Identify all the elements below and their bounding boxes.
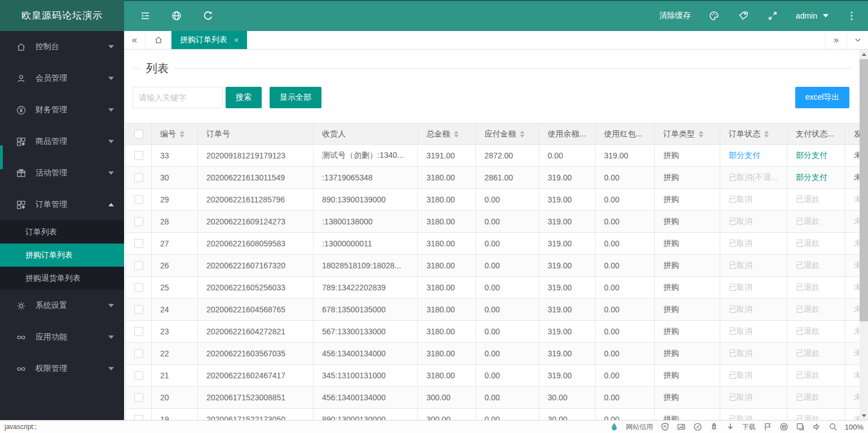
- download-arrow-icon[interactable]: [726, 422, 735, 431]
- sort-icon[interactable]: [180, 131, 184, 138]
- row-checkbox[interactable]: [134, 217, 143, 226]
- page-zoom-search-icon[interactable]: [829, 422, 838, 431]
- sidebar-item-goods[interactable]: 商品管理: [0, 126, 124, 157]
- flag-icon[interactable]: [763, 422, 772, 431]
- ie-compat-icon[interactable]: [779, 422, 788, 431]
- row-checkbox[interactable]: [134, 327, 143, 336]
- more-options-icon[interactable]: [845, 10, 858, 22]
- row-checkbox[interactable]: [134, 393, 143, 402]
- zoom-level[interactable]: 100%: [845, 423, 863, 431]
- sidebar: 控制台会员管理财务管理商品管理活动管理订单管理订单列表拼购订单列表拼购退货单列表…: [0, 31, 124, 420]
- row-checkbox[interactable]: [134, 371, 143, 380]
- row-checkbox[interactable]: [134, 283, 143, 292]
- content: 列表 搜索 显示全部 excel导出 编号订单号收货人总金额应付金额使用余额..…: [124, 50, 860, 420]
- sort-icon[interactable]: [454, 131, 459, 138]
- row-checkbox[interactable]: [134, 239, 143, 248]
- top-bar: 欧皇源码论坛演示 清除缓存: [0, 0, 868, 31]
- cell-total: 3180.00: [418, 277, 476, 298]
- table-row: 23202006221604272821567:133001330003180.…: [126, 321, 860, 343]
- scrollbar-down-icon[interactable]: [860, 411, 868, 420]
- cell-order_no: 202006221604272821: [198, 321, 314, 342]
- vertical-scrollbar[interactable]: [860, 50, 868, 420]
- fullscreen-icon[interactable]: [766, 10, 779, 22]
- user-menu[interactable]: admin: [796, 11, 829, 20]
- row-checkbox[interactable]: [134, 349, 143, 358]
- row-checkbox[interactable]: [134, 173, 143, 182]
- sort-icon[interactable]: [699, 131, 703, 138]
- sidebar-item-apps[interactable]: 应用功能: [0, 321, 124, 353]
- sort-icon[interactable]: [764, 131, 769, 138]
- sidebar-item-label: 应用功能: [36, 332, 67, 342]
- sidebar-item-orders[interactable]: 订单管理: [0, 189, 124, 220]
- cell-payable: 0.00: [476, 211, 539, 232]
- cell-receiver: :13000000011: [314, 233, 418, 254]
- cell-receiver: 456:13400134000: [314, 343, 418, 364]
- cell-payable: 0.00: [476, 277, 539, 298]
- row-checkbox[interactable]: [134, 195, 143, 204]
- header-cell-total: 总金额: [418, 123, 476, 144]
- row-checkbox[interactable]: [134, 415, 143, 420]
- scrollbar-thumb[interactable]: [860, 59, 868, 321]
- cell-order_status: 已取消: [720, 299, 787, 320]
- image-blocker-icon[interactable]: [677, 422, 686, 431]
- cell-id: 27: [152, 233, 198, 254]
- rocket-boost-icon[interactable]: [710, 422, 719, 431]
- table-row: 25202006221605256033789:134222028393180.…: [126, 277, 860, 299]
- sidebar-item-order-list[interactable]: 订单列表: [0, 220, 124, 244]
- sidebar-item-system[interactable]: 系统设置: [0, 290, 124, 321]
- excel-export-button[interactable]: excel导出: [795, 87, 849, 108]
- cell-ship_status: 未发货: [845, 167, 860, 188]
- cell-order_type: 拼购: [655, 255, 720, 276]
- sidebar-item-finance[interactable]: 财务管理: [0, 94, 124, 126]
- collapse-sidebar-icon[interactable]: [139, 10, 151, 22]
- browser-status-bar: javascript:; 网站信用: [0, 420, 868, 433]
- keyword-input[interactable]: [133, 87, 223, 108]
- clear-cache-button[interactable]: 清除缓存: [659, 11, 691, 21]
- sidebar-item-groupbuy-return-list[interactable]: 拼购退货单列表: [0, 267, 124, 290]
- cell-pay_status: 已退款: [787, 299, 845, 320]
- home-tab[interactable]: [146, 31, 171, 49]
- tab-scroll-left-icon[interactable]: «: [124, 31, 146, 49]
- cell-order_no: 202006221605256033: [198, 277, 314, 298]
- header-cell-ship_status: 发货状态: [845, 123, 860, 144]
- cell-ship_status: 未发货: [845, 321, 860, 342]
- window-mode-icon[interactable]: [796, 422, 805, 431]
- cell-total: 3180.00: [418, 233, 476, 254]
- tag-icon[interactable]: [737, 10, 750, 22]
- cell-pay_status: 部分支付: [787, 145, 845, 166]
- sidebar-item-permissions[interactable]: 权限管理: [0, 353, 124, 385]
- globe-icon[interactable]: [170, 10, 183, 22]
- speaker-icon[interactable]: [812, 422, 821, 431]
- droplet-icon[interactable]: [610, 422, 619, 431]
- tab-groupbuy-order-list[interactable]: 拼购订单列表 ×: [171, 31, 247, 49]
- sidebar-item-label: 订单管理: [36, 200, 67, 210]
- row-checkbox[interactable]: [134, 261, 143, 270]
- cell-receiver: :13719065348: [314, 167, 418, 188]
- cell-pay_status: 已退款: [787, 409, 845, 420]
- shield-icon[interactable]: [660, 422, 669, 431]
- row-checkbox[interactable]: [134, 151, 143, 160]
- cell-payable: 0.00: [476, 409, 539, 420]
- tab-scroll-right-icon[interactable]: »: [825, 31, 847, 49]
- speed-mode-icon[interactable]: [693, 422, 702, 431]
- sidebar-item-members[interactable]: 会员管理: [0, 63, 124, 94]
- download-label[interactable]: 下载: [742, 422, 756, 432]
- header-label: 编号: [160, 129, 176, 139]
- sidebar-item-console[interactable]: 控制台: [0, 31, 124, 63]
- theme-palette-icon[interactable]: [708, 10, 720, 22]
- close-tab-icon[interactable]: ×: [234, 36, 239, 45]
- search-button[interactable]: 搜索: [226, 87, 262, 108]
- sidebar-item-activity[interactable]: 活动管理: [0, 157, 124, 189]
- cell-balance: 319.00: [539, 299, 596, 320]
- sidebar-item-groupbuy-order-list[interactable]: 拼购订单列表: [0, 244, 124, 267]
- cell-order_status[interactable]: 部分支付: [720, 145, 787, 166]
- show-all-button[interactable]: 显示全部: [270, 87, 321, 108]
- row-checkbox[interactable]: [134, 305, 143, 314]
- cell-balance: 319.00: [539, 211, 596, 232]
- scrollbar-up-icon[interactable]: [860, 50, 868, 59]
- select-all-checkbox[interactable]: [134, 130, 143, 139]
- site-credit-label[interactable]: 网站信用: [626, 422, 653, 432]
- tab-menu-icon[interactable]: [847, 31, 868, 49]
- refresh-icon[interactable]: [202, 10, 214, 22]
- sort-icon[interactable]: [520, 131, 525, 138]
